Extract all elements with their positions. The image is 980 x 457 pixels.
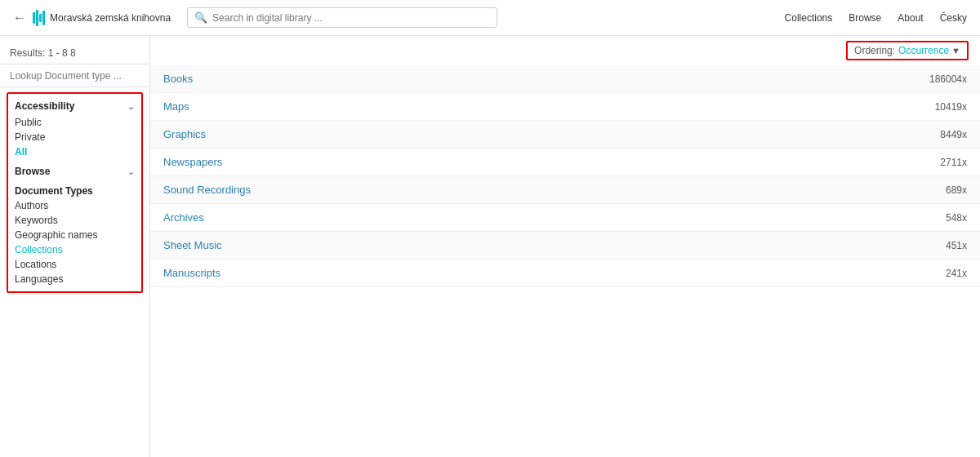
browse-link-collections[interactable]: Collections — [15, 242, 135, 257]
browse-chevron: ⌄ — [127, 166, 135, 177]
logo-icon — [33, 10, 45, 26]
doc-name-2: Graphics — [163, 128, 206, 140]
doc-name-1: Maps — [163, 100, 189, 113]
ordering-control[interactable]: Ordering: Occurrence ▼ — [846, 41, 969, 60]
browse-section-header[interactable]: Browse ⌄ — [15, 164, 135, 180]
content-area: Ordering: Occurrence ▼ Books 186004x Map… — [150, 36, 980, 457]
logo: Moravská zemská knihovna — [33, 10, 171, 26]
accessibility-title: Accessibility — [15, 100, 74, 112]
accessibility-section-header[interactable]: Accessibility ⌄ — [15, 99, 135, 115]
doc-count-5: 548x — [946, 212, 967, 224]
accessibility-item-public[interactable]: Public — [15, 115, 135, 130]
nav-about[interactable]: About — [898, 12, 923, 24]
main-layout: Results: 1 - 8 8 Accessibility ⌄ Public … — [0, 36, 980, 457]
lookup-wrapper — [0, 64, 149, 87]
browse-subtitle: Document Types — [15, 180, 135, 198]
doc-row-4[interactable]: Sound Recordings 689x — [150, 176, 980, 204]
ordering-label: Ordering: — [854, 45, 895, 56]
results-bar: Results: 1 - 8 8 — [0, 42, 149, 64]
browse-link-authors[interactable]: Authors — [15, 198, 135, 213]
doc-name-5: Archives — [163, 211, 204, 224]
doc-row-1[interactable]: Maps 10419x — [150, 93, 980, 121]
doc-count-2: 8449x — [940, 129, 967, 140]
doc-count-3: 2711x — [940, 157, 967, 168]
accessibility-item-all[interactable]: All — [15, 144, 135, 159]
ordering-wrapper: Ordering: Occurrence ▼ — [150, 36, 980, 65]
back-button[interactable]: ← — [13, 11, 26, 25]
doc-name-7: Manuscripts — [163, 267, 220, 279]
accessibility-item-private[interactable]: Private — [15, 130, 135, 144]
search-icon: 🔍 — [194, 11, 207, 24]
doc-count-7: 241x — [946, 268, 967, 279]
header: ← Moravská zemská knihovna 🔍 Collections… — [0, 0, 980, 36]
doc-count-4: 689x — [946, 184, 967, 196]
nav-browse[interactable]: Browse — [849, 12, 881, 24]
main-nav: Collections Browse About Česky — [785, 12, 967, 24]
accessibility-chevron: ⌄ — [127, 101, 135, 112]
doc-name-6: Sheet Music — [163, 239, 222, 251]
doc-name-3: Newspapers — [163, 156, 222, 168]
browse-link-keywords[interactable]: Keywords — [15, 213, 135, 228]
site-name: Moravská zemská knihovna — [50, 12, 171, 24]
document-list: Books 186004x Maps 10419x Graphics 8449x… — [150, 65, 980, 287]
search-input[interactable] — [212, 12, 490, 24]
doc-row-0[interactable]: Books 186004x — [150, 65, 980, 93]
browse-link-languages[interactable]: Languages — [15, 272, 135, 286]
doc-row-5[interactable]: Archives 548x — [150, 204, 980, 232]
ordering-chevron-icon: ▼ — [951, 46, 960, 55]
filter-section: Accessibility ⌄ Public Private All Brows… — [7, 92, 143, 293]
doc-name-4: Sound Recordings — [163, 184, 251, 196]
sidebar: Results: 1 - 8 8 Accessibility ⌄ Public … — [0, 36, 150, 457]
lookup-input[interactable] — [10, 70, 140, 82]
doc-row-7[interactable]: Manuscripts 241x — [150, 260, 980, 287]
doc-count-1: 10419x — [935, 101, 967, 113]
doc-name-0: Books — [163, 73, 193, 85]
doc-row-2[interactable]: Graphics 8449x — [150, 121, 980, 149]
doc-row-6[interactable]: Sheet Music 451x — [150, 232, 980, 260]
search-box[interactable]: 🔍 — [187, 7, 497, 28]
ordering-value[interactable]: Occurrence — [898, 45, 949, 56]
nav-collections[interactable]: Collections — [785, 12, 833, 24]
doc-count-0: 186004x — [929, 73, 967, 85]
browse-link-locations[interactable]: Locations — [15, 257, 135, 272]
browse-title: Browse — [15, 166, 50, 177]
accessibility-items: Public Private All — [15, 115, 135, 164]
doc-row-3[interactable]: Newspapers 2711x — [150, 149, 980, 176]
doc-count-6: 451x — [946, 240, 967, 251]
nav-language[interactable]: Česky — [940, 12, 967, 24]
browse-link-geographic-names[interactable]: Geographic names — [15, 228, 135, 242]
